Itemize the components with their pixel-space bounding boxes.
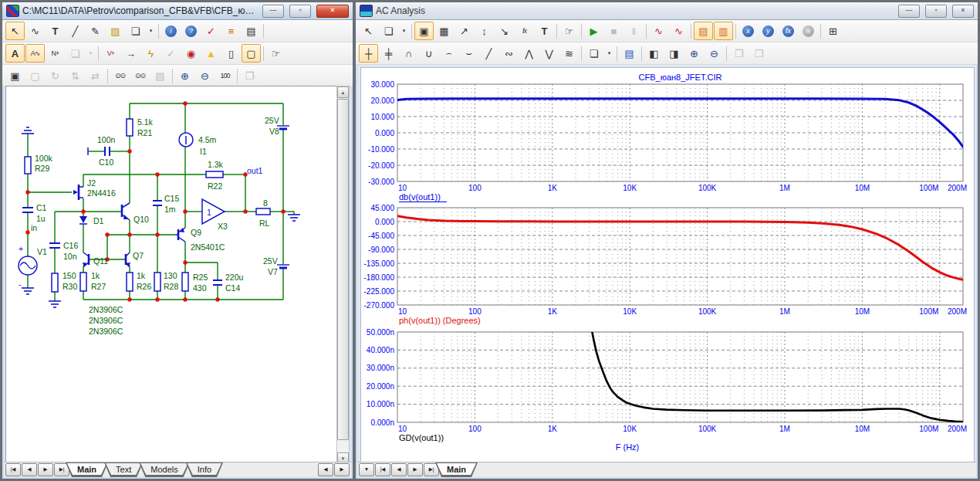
pin-connections-toggle-icon[interactable]: ◉ [181,44,201,63]
maximize-button[interactable]: ▫ [925,5,947,18]
schematic-label[interactable]: 4.5m [198,135,217,144]
schematic-label[interactable]: Q9 [191,228,201,237]
node-voltages-toggle-icon[interactable]: V+ [101,44,120,63]
tab-nav-next-button[interactable]: ▶ [407,463,423,476]
tab-text[interactable]: Text [104,462,143,477]
low-button[interactable]: ⌣ [459,44,478,63]
block-select-toggle-icon[interactable]: ▢ [242,44,261,63]
schematic-label[interactable]: Q11 [93,256,108,266]
select-tool-icon[interactable]: ↖ [359,22,378,40]
schematic-label[interactable]: 2N3906C [89,316,123,325]
schematic-label[interactable]: 10n [63,252,77,261]
schematic-label[interactable]: 150 [63,271,76,280]
cursor-right-button[interactable]: ◨ [664,44,684,63]
schematic-label[interactable]: Q7 [133,251,144,260]
schematic-label[interactable]: I1 [200,147,207,156]
zoom-out-button[interactable]: ⊖ [705,44,724,63]
peak-button[interactable]: ∩ [399,44,418,63]
schematic-label[interactable]: R25 [193,273,208,282]
horizontal-axis-grids-toggle-icon[interactable]: ▤ [694,22,713,40]
powers-toggle-icon[interactable]: ϟ [141,44,161,63]
properties-button[interactable]: ☞ [266,44,286,63]
close-button[interactable]: × [952,5,974,18]
hscroll-hright-button[interactable]: ▶ [334,463,350,476]
schematic-label[interactable]: X3 [218,222,228,231]
scroll-up-button[interactable]: ▲ [337,86,349,98]
global-low-button[interactable]: ⋁ [539,44,559,63]
schematic-label[interactable]: 25V [265,116,279,125]
tab-nav-prev-button[interactable]: ◀ [22,463,37,476]
clipboard-dropdown[interactable]: ▾ [146,22,156,40]
schematic-label[interactable]: R30 [63,282,77,291]
inflection-button[interactable]: ∾ [499,44,519,63]
page-toggle-icon[interactable]: ▯ [221,44,241,63]
schematic-label[interactable]: R28 [164,282,178,291]
select-box-button[interactable]: ▣ [5,66,25,85]
currents-toggle-icon[interactable]: → [121,44,140,63]
schematic-label[interactable]: 2N5401C [191,242,225,252]
schematic-label[interactable]: 2N3906C [89,327,123,336]
tab-nav-first-button[interactable]: |◀ [375,463,390,476]
schematic-label[interactable]: R22 [208,181,222,191]
tab-nav-next-button[interactable]: ▶ [38,463,53,476]
schematic-label[interactable]: 430 [193,283,207,293]
line-mode-icon[interactable]: ╱ [66,22,85,40]
global-high-button[interactable]: ⋀ [519,44,539,63]
schematic-label[interactable]: C1 [36,203,47,212]
analysis-plot-panel[interactable]: 30.00020.00010.0000.000-10.000-20.000-30… [360,67,975,463]
schematic-label[interactable]: 1 [207,208,211,217]
horizontal-tag-mode-icon[interactable]: ↘ [495,22,514,40]
schematic-label[interactable]: J2 [87,178,96,188]
point-tag-mode-icon[interactable]: ↗ [455,22,474,40]
schematic-label[interactable]: V7 [268,267,278,276]
warnings-toggle-icon[interactable]: ▲ [201,44,221,63]
formula-text-mode-icon[interactable]: fx [515,22,534,40]
schematic-label[interactable]: Q10 [133,215,149,224]
go-to-x-button[interactable]: ┼ [359,44,378,63]
rules-check-button[interactable]: ✓ [201,22,221,40]
clipboard-button[interactable]: ❏ [126,22,145,40]
schematic-titlebar[interactable]: C:\MC11\DATA\Petrov\comparison_CFB&VFB\C… [2,2,353,20]
properties-button[interactable]: ☞ [559,22,579,40]
slope-button[interactable]: ╱ [479,44,498,63]
schematic-label[interactable]: + [19,244,23,253]
valley-button[interactable]: ∪ [419,44,438,63]
analysis-limits-button[interactable]: ⊞ [823,22,843,40]
tab-nav-first-button[interactable]: |◀ [5,463,21,476]
schematic-label[interactable]: D1 [93,216,104,225]
bottom-top-button[interactable]: ≋ [559,44,579,63]
page-edit-button[interactable]: ▤ [242,22,261,40]
text-mode-icon[interactable]: T [535,22,554,40]
x-axis-settings-icon[interactable]: x [738,22,758,40]
fx-settings-icon[interactable]: fx [779,22,798,40]
wire-mode-icon[interactable]: ∿ [25,22,45,40]
clipboard-dropdown[interactable]: ▾ [604,44,614,63]
zoom-100-button[interactable]: 100 [215,66,235,85]
clipboard-button[interactable]: ❏ [379,22,398,40]
schematic-label[interactable]: 130 [164,271,177,280]
data-points-toggle-icon[interactable]: ∿ [649,22,668,40]
analysis-titlebar[interactable]: AC Analysis — ▫ × [356,2,978,20]
scale-mode-icon[interactable]: ▣ [414,22,434,40]
schematic-label[interactable]: R27 [91,282,106,291]
graphics-mode-icon[interactable]: ✎ [86,22,105,40]
schematic-label[interactable]: 8 [263,198,268,208]
schematic-label[interactable]: R21 [137,128,152,137]
go-to-y-button[interactable]: ╪ [379,44,398,63]
attribute-text-toggle-icon[interactable]: A [5,44,25,63]
minimize-button[interactable]: — [262,5,284,18]
schematic-label[interactable]: 2N4416 [87,188,116,198]
schematic-label[interactable]: R29 [35,164,49,173]
cursor-mode-icon[interactable]: ▦ [434,22,454,40]
schematic-label[interactable]: 1m [164,205,176,214]
schematic-label[interactable]: in [31,223,37,232]
schematic-label[interactable]: C15 [164,194,179,203]
cursor-left-button[interactable]: ◧ [644,44,664,63]
schematic-label[interactable]: out1 [247,166,263,175]
tab-main[interactable]: Main [435,462,478,477]
schematic-label[interactable]: - [19,279,22,289]
schematic-label[interactable]: 100k [35,154,53,163]
zoom-in-button[interactable]: ⊕ [175,66,194,85]
scroll-thumb[interactable] [337,99,349,440]
vertical-axis-grids-toggle-icon[interactable]: ▥ [714,22,733,40]
